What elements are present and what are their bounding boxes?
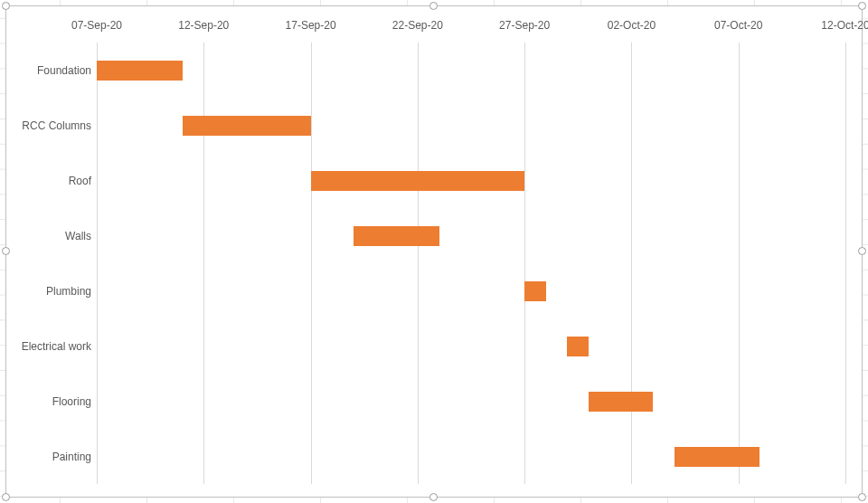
bars-layer [97,43,845,484]
resize-handle-middle-left[interactable] [2,247,10,255]
x-tick-label: 27-Sep-20 [499,19,550,32]
x-tick-label: 07-Sep-20 [71,19,122,32]
category-label: Walls [65,230,97,242]
gantt-bar[interactable] [311,171,525,191]
x-tick-label: 17-Sep-20 [286,19,336,32]
resize-handle-middle-right[interactable] [858,247,866,255]
x-tick-label: 22-Sep-20 [392,19,443,32]
category-label: RCC Columns [22,119,97,132]
x-tick-label: 02-Oct-20 [608,19,656,32]
gantt-chart-object[interactable]: 07-Sep-2012-Sep-2017-Sep-2022-Sep-2027-S… [5,5,863,498]
x-axis: 07-Sep-2012-Sep-2017-Sep-2022-Sep-2027-S… [6,6,862,43]
category-label: Painting [52,451,97,463]
category-label: Roof [69,175,97,187]
resize-handle-top-left[interactable] [2,2,10,10]
category-label: Flooring [52,395,97,408]
x-tick-label: 07-Oct-20 [714,19,762,32]
category-label: Electrical work [22,340,97,353]
gantt-bar[interactable] [567,337,589,356]
resize-handle-top-right[interactable] [858,2,866,10]
x-tick-label: 12-Sep-20 [178,19,229,32]
chart-plot-container: 07-Sep-2012-Sep-2017-Sep-2022-Sep-2027-S… [6,6,862,497]
gantt-bar[interactable] [675,447,760,467]
resize-handle-bottom-left[interactable] [2,493,10,501]
gantt-bar[interactable] [354,226,439,246]
gridline [845,43,846,484]
x-tick-label: 12-Oct-20 [821,19,868,32]
category-label: Foundation [37,64,97,77]
category-label: Plumbing [46,285,97,298]
resize-handle-bottom-middle[interactable] [429,493,438,501]
plot-area: FoundationRCC ColumnsRoofWallsPlumbingEl… [6,43,862,484]
gantt-bar[interactable] [183,116,311,136]
gantt-bar[interactable] [97,61,183,81]
resize-handle-top-middle[interactable] [429,2,438,10]
y-axis: FoundationRCC ColumnsRoofWallsPlumbingEl… [6,43,97,484]
gantt-bar[interactable] [589,392,653,412]
gantt-bar[interactable] [524,281,546,301]
resize-handle-bottom-right[interactable] [858,493,866,501]
